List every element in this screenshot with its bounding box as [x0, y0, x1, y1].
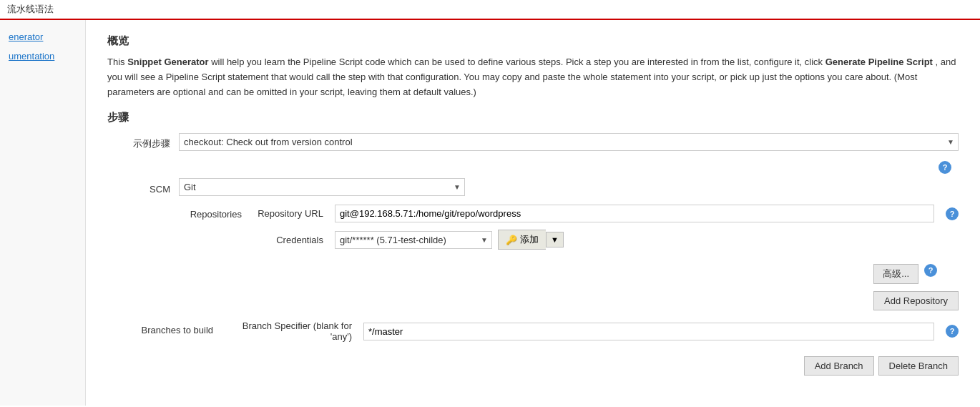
repositories-section: Repositories Repository URL ? Credential…	[107, 205, 959, 257]
generate-pipeline-label: Generate Pipeline Script	[825, 57, 933, 67]
delete-branch-button[interactable]: Delete Branch	[878, 356, 959, 376]
scm-select[interactable]: Git None	[179, 178, 465, 196]
top-bar-title: 流水线语法	[7, 4, 54, 14]
advanced-button[interactable]: 高级...	[873, 264, 918, 284]
scm-label: SCM	[107, 180, 179, 195]
dropdown-arrow-icon: ▼	[551, 235, 559, 244]
repositories-label: Repositories	[179, 205, 250, 220]
add-repository-row: Add Repository	[250, 291, 959, 310]
top-bar: 流水线语法	[0, 0, 980, 20]
sidebar: enerator umentation	[0, 20, 86, 406]
credentials-select[interactable]: git/****** (5.71-test-childe)	[335, 231, 492, 249]
sample-step-select-wrapper: checkout: Check out from version control	[179, 133, 959, 151]
overview-text: This Snippet Generator will help you lea…	[107, 55, 959, 99]
repo-fields: Repository URL ? Credentials git/****** …	[250, 205, 959, 257]
scm-help-icon[interactable]: ?	[939, 161, 951, 174]
main-content: 概览 This Snippet Generator will help you …	[86, 20, 980, 406]
add-credentials-dropdown-button[interactable]: ▼	[546, 232, 564, 247]
sample-step-label: 示例步骤	[107, 133, 179, 150]
credentials-label: Credentials	[250, 235, 329, 245]
key-icon: 🔑	[506, 235, 517, 245]
advanced-help-icon[interactable]: ?	[924, 264, 937, 277]
branch-specifier-input[interactable]	[363, 323, 934, 340]
add-credentials-main-button[interactable]: 🔑 添加	[498, 230, 546, 250]
branches-fields: Branch Specifier (blank for 'any') ?	[222, 320, 959, 349]
scm-select-wrapper: Git None	[179, 178, 465, 196]
credentials-select-wrapper: git/****** (5.71-test-childe)	[335, 231, 492, 249]
sample-step-select[interactable]: checkout: Check out from version control	[179, 133, 959, 151]
branches-label: Branches to build	[107, 320, 222, 335]
scm-row: SCM Git None	[107, 178, 959, 196]
overview-title: 概览	[107, 34, 959, 48]
sample-step-control: checkout: Check out from version control	[179, 133, 959, 151]
repo-url-label: Repository URL	[250, 208, 329, 219]
steps-title: 步骤	[107, 111, 959, 124]
repo-url-help-icon[interactable]: ?	[946, 207, 959, 220]
branch-specifier-label: Branch Specifier (blank for 'any')	[222, 320, 358, 342]
credentials-row: Credentials git/****** (5.71-test-childe…	[250, 230, 959, 250]
snippet-generator-label: Snippet Generator	[127, 57, 208, 67]
add-credentials-button-group: 🔑 添加 ▼	[498, 230, 564, 250]
advanced-row: 高级... ?	[107, 264, 959, 284]
bottom-buttons-row: Add Branch Delete Branch	[250, 356, 959, 376]
branch-specifier-help-icon[interactable]: ?	[946, 325, 959, 338]
sidebar-item-generator[interactable]: enerator	[0, 27, 85, 46]
add-repository-button[interactable]: Add Repository	[873, 291, 959, 310]
branch-specifier-row: Branch Specifier (blank for 'any') ?	[222, 320, 959, 342]
sample-step-row: 示例步骤 checkout: Check out from version co…	[107, 133, 959, 151]
add-branch-button[interactable]: Add Branch	[804, 356, 874, 376]
repo-url-input[interactable]	[335, 205, 934, 222]
sidebar-item-documentation[interactable]: umentation	[0, 46, 85, 66]
repo-url-row: Repository URL ?	[250, 205, 959, 222]
branches-row: Branches to build Branch Specifier (blan…	[107, 320, 959, 349]
